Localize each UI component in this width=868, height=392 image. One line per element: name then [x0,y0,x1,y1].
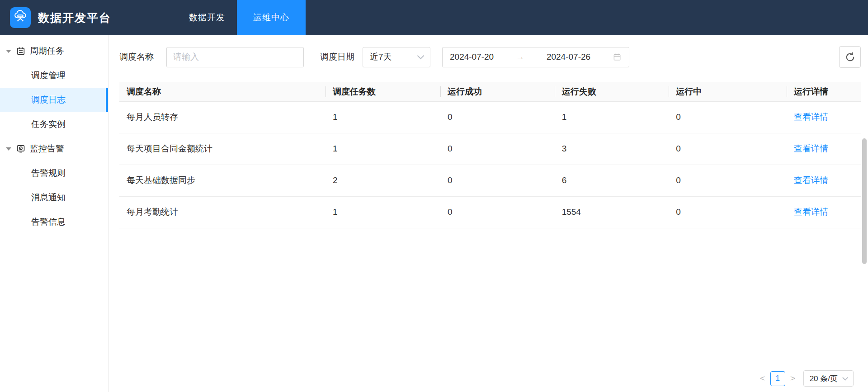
cloud-network-icon [13,9,28,26]
col-running: 运行中 [669,82,787,101]
cell-running: 0 [669,196,787,228]
table-row: 每天基础数据同步 2 0 6 0 查看详情 [119,165,861,196]
tab-data-development[interactable]: 数据开发 [177,0,237,35]
sidebar-item-schedule-log[interactable]: 调度日志 [0,88,108,112]
sidebar-item-label: 消息通知 [31,192,66,203]
sidebar: 周期任务 调度管理 调度日志 任务实例 监控告警 告警规则 [0,35,108,392]
caret-down-icon[interactable] [6,147,11,151]
sidebar-item-alert-info[interactable]: 告警信息 [0,210,108,234]
sidebar-group-monitor-alert[interactable]: 监控告警 [0,137,108,161]
schedule-log-table: 调度名称 调度任务数 运行成功 运行失败 运行中 运行详情 每月人员转存 1 0… [119,82,861,228]
schedule-name-label: 调度名称 [119,51,154,63]
pagination: < 1 > 20 条/页 [757,370,854,387]
table-row: 每天项目合同金额统计 1 0 3 0 查看详情 [119,133,861,165]
cell-schedule-name: 每天基础数据同步 [119,165,326,196]
date-preset-select[interactable]: 近7天 [363,47,430,67]
chevron-down-icon [842,375,848,381]
cell-task-count: 2 [326,165,440,196]
col-schedule-name: 调度名称 [119,82,326,101]
sidebar-group-label: 监控告警 [30,143,64,155]
sidebar-item-label: 告警规则 [31,167,66,179]
cell-schedule-name: 每月人员转存 [119,101,326,133]
date-preset-value: 近7天 [370,51,392,63]
cell-running: 0 [669,101,787,133]
schedule-date-label: 调度日期 [320,51,354,63]
cell-task-count: 1 [326,133,440,165]
cell-run-failed: 1 [555,101,669,133]
col-run-failed: 运行失败 [555,82,669,101]
page-body: 周期任务 调度管理 调度日志 任务实例 监控告警 告警规则 [0,35,868,392]
col-run-detail: 运行详情 [787,82,861,101]
range-arrow-icon: → [516,52,524,62]
cell-run-success: 0 [440,133,555,165]
cell-schedule-name: 每月考勤统计 [119,196,326,228]
view-detail-link[interactable]: 查看详情 [794,144,828,153]
date-range-picker[interactable]: 2024-07-20 → 2024-07-26 [442,47,629,67]
view-detail-link[interactable]: 查看详情 [794,175,828,185]
cell-run-failed: 1554 [555,196,669,228]
calendar-small-icon [613,52,622,61]
page-size-select[interactable]: 20 条/页 [803,370,854,387]
vertical-scrollbar[interactable] [862,138,867,264]
sidebar-group-periodic-tasks[interactable]: 周期任务 [0,39,108,63]
sidebar-item-task-instance[interactable]: 任务实例 [0,112,108,137]
cell-task-count: 1 [326,196,440,228]
start-date-value: 2024-07-20 [450,52,494,62]
view-detail-link[interactable]: 查看详情 [794,207,828,217]
app-title: 数据开发平台 [38,10,111,25]
calendar-icon [16,46,26,56]
refresh-icon [844,51,856,63]
table-row: 每月人员转存 1 0 1 0 查看详情 [119,101,861,133]
sidebar-item-message-notify[interactable]: 消息通知 [0,185,108,210]
cell-run-success: 0 [440,101,555,133]
app-logo [10,7,31,28]
refresh-button[interactable] [839,46,861,68]
table-header-row: 调度名称 调度任务数 运行成功 运行失败 运行中 运行详情 [119,82,861,101]
end-date-value: 2024-07-26 [547,52,590,62]
cell-run-success: 0 [440,196,555,228]
sidebar-item-alert-rules[interactable]: 告警规则 [0,161,108,185]
cell-run-failed: 3 [555,133,669,165]
sidebar-item-label: 告警信息 [31,216,66,228]
prev-page-icon[interactable]: < [757,373,769,383]
sidebar-item-label: 任务实例 [31,118,66,130]
filter-bar: 调度名称 调度日期 近7天 2024-07-20 → 2024-07-26 [119,47,861,67]
sidebar-item-label: 调度日志 [31,94,66,106]
page-number-button[interactable]: 1 [770,371,785,386]
cell-running: 0 [669,165,787,196]
top-nav-tabs: 数据开发 运维中心 [177,0,306,35]
cell-run-success: 0 [440,165,555,196]
page-size-value: 20 条/页 [810,373,838,384]
chevron-down-icon [417,52,425,59]
table-row: 每月考勤统计 1 0 1554 0 查看详情 [119,196,861,228]
sidebar-item-schedule-management[interactable]: 调度管理 [0,63,108,88]
cell-running: 0 [669,133,787,165]
next-page-icon[interactable]: > [787,373,799,383]
sidebar-item-label: 调度管理 [31,70,66,81]
caret-down-icon[interactable] [6,50,11,53]
cell-task-count: 1 [326,101,440,133]
monitor-eye-icon [16,144,26,154]
tab-operations-center[interactable]: 运维中心 [237,0,306,35]
sidebar-group-label: 周期任务 [30,45,64,57]
top-bar: 数据开发平台 数据开发 运维中心 [0,0,868,35]
col-run-success: 运行成功 [440,82,555,101]
schedule-name-input[interactable] [166,47,304,67]
view-detail-link[interactable]: 查看详情 [794,112,828,122]
col-task-count: 调度任务数 [326,82,440,101]
cell-schedule-name: 每天项目合同金额统计 [119,133,326,165]
main-content: 调度名称 调度日期 近7天 2024-07-20 → 2024-07-26 [108,35,868,392]
cell-run-failed: 6 [555,165,669,196]
